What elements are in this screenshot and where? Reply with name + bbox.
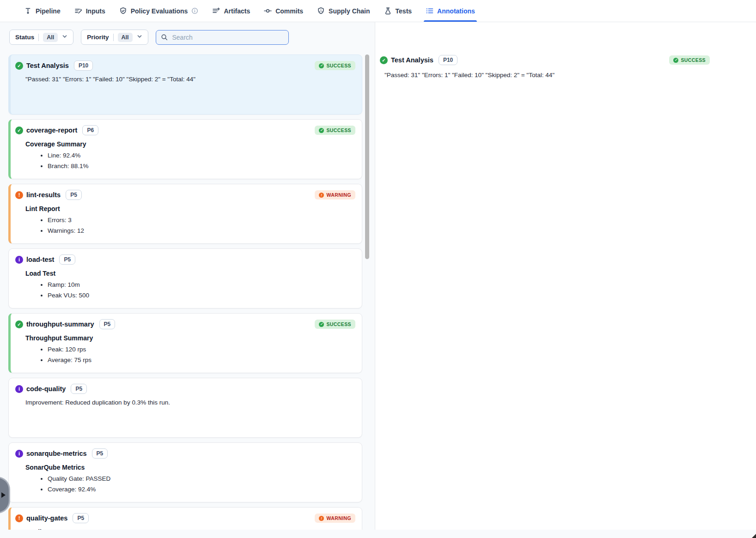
priority-badge: P10 <box>74 60 93 71</box>
tab-label: Artifacts <box>224 7 250 15</box>
artifacts-icon <box>212 7 220 15</box>
status-filter-label: Status <box>15 34 34 41</box>
status-badge-dot-icon <box>319 128 324 133</box>
status-badge: SUCCESS <box>315 61 355 70</box>
tab-pipeline[interactable]: Pipeline <box>24 0 61 22</box>
annotation-body: Coverage Summary Line: 92.4%Branch: 88.1… <box>25 140 355 169</box>
annotation-card-header: throughput-summary P5 SUCCESS <box>15 319 355 329</box>
priority-badge: P5 <box>99 319 116 329</box>
detail-header: Test Analysis P10 SUCCESS <box>380 55 710 65</box>
annotation-card[interactable]: code-quality P5 Improvement: Reduced dup… <box>8 378 362 438</box>
tab-artifacts[interactable]: Artifacts <box>212 0 250 22</box>
annotation-card[interactable]: coverage-report P6 SUCCESS Coverage Summ… <box>8 119 362 179</box>
annotation-detail-pane: Test Analysis P10 SUCCESS "Passed: 31" "… <box>375 22 756 530</box>
annotations-icon <box>426 7 433 15</box>
annotation-bullet-list: Errors: 3Warnings: 12 <box>25 217 355 234</box>
status-icon <box>15 127 23 134</box>
status-badge: SUCCESS <box>315 320 355 329</box>
detail-status-label: SUCCESS <box>681 57 706 63</box>
annotation-card[interactable]: lint-results P5 WARNING Lint Report Erro… <box>8 184 362 244</box>
success-icon <box>380 56 388 64</box>
annotation-card[interactable]: sonarqube-metrics P5 SonarQube Metrics Q… <box>8 442 362 502</box>
status-filter[interactable]: Status All <box>9 30 73 45</box>
tab-label: Pipeline <box>36 7 61 15</box>
search-box[interactable] <box>156 30 289 45</box>
tab-commits[interactable]: Commits <box>264 0 303 22</box>
tab-label: Tests <box>396 7 412 15</box>
priority-filter[interactable]: Priority All <box>81 30 148 45</box>
scrollbar[interactable] <box>365 54 369 259</box>
priority-badge: P5 <box>59 254 75 265</box>
annotation-card[interactable]: throughput-summary P5 SUCCESS Throughput… <box>8 313 362 373</box>
annotation-heading: Load Test <box>25 270 355 277</box>
info-icon[interactable] <box>191 7 198 14</box>
tab-label: Annotations <box>437 7 475 15</box>
annotation-heading: Lint Report <box>25 205 355 212</box>
annotation-body: SonarQube Metrics Quality Gate: PASSEDCo… <box>25 464 355 493</box>
status-badge-dot-icon <box>319 63 324 68</box>
annotation-title: sonarqube-metrics <box>26 450 87 457</box>
annotation-card[interactable]: load-test P5 Load Test Ramp: 10mPeak VUs… <box>8 248 362 308</box>
annotation-title: throughput-summary <box>26 320 94 328</box>
annotation-body: Lint Report Errors: 3Warnings: 12 <box>25 205 355 234</box>
annotation-bullet-list: Line: 92.4%Branch: 88.1% <box>25 152 355 169</box>
status-badge-label: SUCCESS <box>326 321 351 327</box>
annotation-bullet-list: Ramp: 10mPeak VUs: 500 <box>25 281 355 299</box>
annotation-card-header: lint-results P5 WARNING <box>15 190 355 200</box>
annotation-text: "Passed: 31" "Errors: 1" "Failed: 10" "S… <box>25 76 355 83</box>
annotation-title: code-quality <box>26 385 66 393</box>
annotation-text: Improvement: Reduced duplication by 0.3%… <box>25 399 355 406</box>
status-icon <box>15 320 23 328</box>
priority-badge: P5 <box>66 190 82 200</box>
filter-separator <box>38 34 39 41</box>
search-input[interactable] <box>171 33 284 42</box>
chevron-down-icon <box>62 34 67 41</box>
status-badge-dot-icon <box>319 322 324 327</box>
annotation-heading: Throughput Summary <box>25 334 355 342</box>
annotation-body: Throughput Summary Peak: 120 rpsAverage:… <box>25 334 355 363</box>
annotation-heading: Coverage Summary <box>25 140 355 148</box>
status-icon <box>15 385 23 393</box>
annotation-card-header: code-quality P5 <box>15 384 355 394</box>
annotation-body: Load Test Ramp: 10mPeak VUs: 500 <box>25 270 355 299</box>
status-icon <box>15 450 23 458</box>
priority-filter-value: All <box>118 33 133 42</box>
tab-annotations[interactable]: Annotations <box>426 0 475 22</box>
priority-badge: P5 <box>71 384 87 394</box>
status-icon <box>15 191 23 199</box>
tab-label: Supply Chain <box>329 7 370 15</box>
inputs-icon <box>74 7 82 15</box>
annotation-title: coverage-report <box>26 127 77 134</box>
tab-label: Commits <box>275 7 303 15</box>
tab-tests[interactable]: Tests <box>384 0 412 22</box>
status-badge-dot-icon <box>319 193 324 198</box>
window-resize-corner <box>752 534 756 538</box>
annotation-card[interactable]: Test Analysis P10 SUCCESS "Passed: 31" "… <box>8 54 362 115</box>
caret-right-icon <box>1 492 6 498</box>
detail-status-badge: SUCCESS <box>669 55 710 65</box>
priority-badge: P5 <box>92 448 108 459</box>
pipeline-icon <box>24 7 32 15</box>
annotation-card-header: Test Analysis P10 SUCCESS <box>15 60 355 71</box>
annotation-card-header: sonarqube-metrics P5 <box>15 448 355 459</box>
annotation-bullet-list: Quality Gate: PASSEDCoverage: 92.4% <box>25 475 355 493</box>
detail-body-text: "Passed: 31" "Errors: 1" "Failed: 10" "S… <box>384 72 710 79</box>
annotation-body: Improvement: Reduced duplication by 0.3%… <box>25 399 355 406</box>
tab-label: Inputs <box>86 7 105 15</box>
status-icon <box>15 256 23 264</box>
annotation-card-header: load-test P5 <box>15 254 355 265</box>
annotation-bullet-list: Peak: 120 rpsAverage: 75 rps <box>25 346 355 363</box>
tab-inputs[interactable]: Inputs <box>74 0 105 22</box>
search-icon <box>161 34 168 41</box>
tab-supply-chain[interactable]: Supply Chain <box>317 0 370 22</box>
annotation-card[interactable]: quality-gates P5 WARNING Quality Gates <box>8 507 362 530</box>
status-icon <box>15 514 23 522</box>
tab-policy-evaluations[interactable]: Policy Evaluations <box>119 0 199 22</box>
status-badge: WARNING <box>315 514 355 523</box>
tab-bar: Pipeline Inputs Policy Evaluations Artif… <box>0 0 756 22</box>
status-badge: WARNING <box>315 190 355 199</box>
status-filter-value: All <box>43 33 58 42</box>
chevron-down-icon <box>137 34 142 41</box>
status-badge: SUCCESS <box>315 126 355 135</box>
status-badge-label: SUCCESS <box>326 63 351 68</box>
